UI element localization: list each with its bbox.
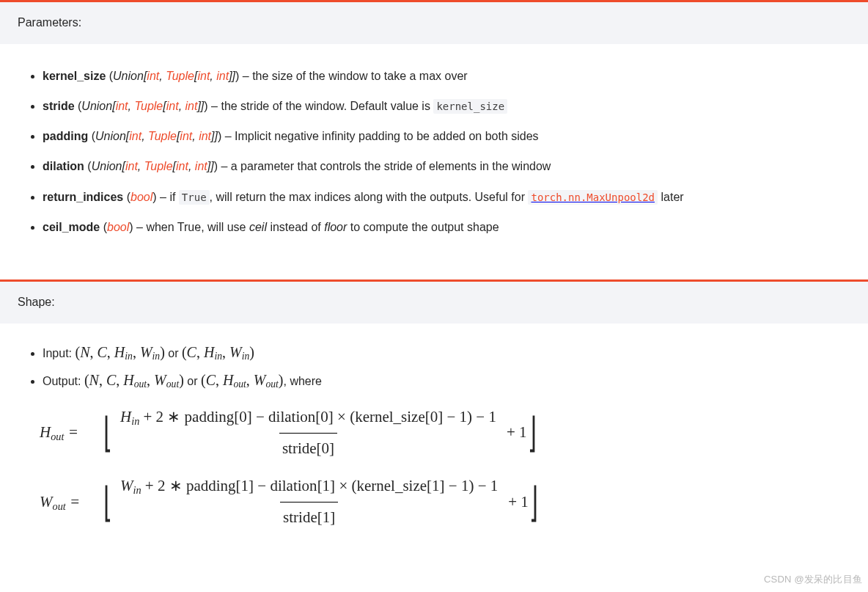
watermark: CSDN @发呆的比目鱼 [764,571,862,576]
formula-wout: Wout = ⌊ Win + 2 ∗ padding[1] − dilation… [40,472,842,532]
type-int[interactable]: int [199,130,211,142]
type-union: Union [113,70,144,82]
type-int[interactable]: int [185,100,198,112]
shape-list: Input: (N, C, Hin, Win) or (C, Hin, Win)… [26,340,842,393]
code-kernel-size: kernel_size [433,99,507,114]
shape-input: Input: (N, C, Hin, Win) or (C, Hin, Win) [43,340,842,365]
type-bool[interactable]: bool [107,221,129,233]
param-name: return_indices [43,191,123,203]
param-return-indices: return_indices (bool) – if True, will re… [43,186,842,208]
type-int[interactable]: int [180,130,192,142]
param-name: ceil_mode [43,221,100,233]
param-padding: padding (Union[int, Tuple[int, int]]) – … [43,125,842,147]
param-desc: – a parameter that controls the stride o… [218,160,551,172]
param-name: dilation [43,160,84,172]
parameters-list: kernel_size (Union[int, Tuple[int, int]]… [26,65,842,238]
formula-hout: Hout = ⌊ Hin + 2 ∗ padding[0] − dilation… [40,403,842,463]
param-name: stride [43,100,75,112]
shape-output: Output: (N, C, Hout, Wout) or (C, Hout, … [43,368,842,393]
type-tuple[interactable]: Tuple [144,160,173,172]
shape-section: Shape: Input: (N, C, Hin, Win) or (C, Hi… [0,279,868,555]
type-tuple[interactable]: Tuple [166,70,194,82]
type-int[interactable]: int [166,100,179,112]
type-tuple[interactable]: Tuple [134,100,163,112]
type-tuple[interactable]: Tuple [148,130,177,142]
param-desc: – Implicit negative infinity padding to … [221,130,538,142]
param-desc: – the stride of the window. Default valu… [208,100,434,112]
param-ceil-mode: ceil_mode (bool) – when True, will use c… [43,216,842,238]
type-int[interactable]: int [129,130,141,142]
param-stride: stride (Union[int, Tuple[int, int]]) – t… [43,95,842,117]
type-int[interactable]: int [125,160,138,172]
type-int[interactable]: int [176,160,188,172]
type-int[interactable]: int [195,160,207,172]
parameters-section: Parameters: kernel_size (Union[int, Tupl… [0,0,868,259]
param-desc: – the size of the window to take a max o… [239,70,467,82]
param-kernel-size: kernel_size (Union[int, Tuple[int, int]]… [43,65,842,87]
shape-heading: Shape: [0,282,868,324]
param-desc: – if [157,191,179,203]
shape-body: Input: (N, C, Hin, Win) or (C, Hin, Win)… [0,324,868,555]
link-maxunpool2d[interactable]: torch.nn.MaxUnpool2d [528,191,658,203]
type-int[interactable]: int [197,70,210,82]
type-bool[interactable]: bool [130,191,152,203]
type-int[interactable]: int [216,70,229,82]
code-true: True [179,190,210,205]
parameters-heading: Parameters: [0,2,868,44]
type-int[interactable]: int [116,100,128,112]
type-int[interactable]: int [147,70,159,82]
param-name: padding [43,130,88,142]
param-name: kernel_size [43,70,106,82]
parameters-body: kernel_size (Union[int, Tuple[int, int]]… [0,44,868,259]
param-dilation: dilation (Union[int, Tuple[int, int]]) –… [43,155,842,178]
